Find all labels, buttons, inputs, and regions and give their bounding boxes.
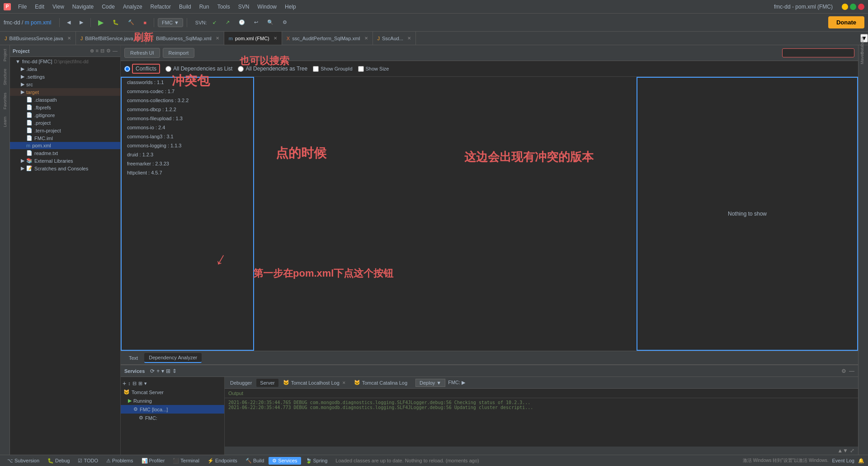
minimize-button[interactable] — [842, 4, 848, 10]
services-settings-icon[interactable]: ⚙ — [841, 368, 846, 374]
all-deps-tree-input[interactable] — [238, 66, 244, 72]
status-tab-todo[interactable]: ☑ TODO — [74, 457, 102, 465]
fmc-dropdown[interactable]: FMC ▼ — [158, 18, 183, 27]
tree-gitignore[interactable]: 📄 .gitignore — [10, 111, 120, 119]
services-add-icon[interactable]: + — [156, 368, 160, 374]
status-tab-subversion[interactable]: ⌥ Subversion — [4, 457, 43, 465]
services-close-icon[interactable]: — — [849, 368, 854, 374]
menu-help[interactable]: Help — [281, 2, 300, 12]
dep-classworlds[interactable]: classworlds : 1.1 — [122, 78, 253, 87]
show-size-input[interactable] — [358, 66, 364, 72]
tomcat-localhost-close[interactable]: ✕ — [342, 381, 346, 385]
services-collapse-btn[interactable]: ⊟ — [132, 381, 137, 386]
svn-revert-button[interactable]: ↩ — [250, 18, 262, 27]
tab-pom-xml[interactable]: m pom.xml (FMC) ✕ — [224, 32, 282, 45]
tab-dependency-analyzer[interactable]: Dependency Analyzer — [144, 353, 202, 363]
subtab-debugger[interactable]: Debugger — [226, 379, 255, 387]
tab-close-4[interactable]: ✕ — [274, 36, 277, 41]
expand-output-icon[interactable]: ⤢ — [850, 447, 854, 454]
scroll-icon[interactable]: ≡ — [96, 48, 99, 54]
breadcrumb-project[interactable]: fmc-dd — [4, 19, 20, 26]
settings-button[interactable]: ⚙ — [279, 18, 291, 27]
status-tab-problems[interactable]: ⚠ Problems — [103, 457, 137, 465]
dep-commons-dbcp[interactable]: commons-dbcp : 1.2.2 — [122, 105, 253, 114]
tree-target[interactable]: ▶ target — [10, 88, 120, 96]
services-group-btn[interactable]: ⊞ — [138, 381, 142, 386]
tab-ssc-aud[interactable]: J SscAud... ✕ — [373, 32, 416, 45]
maven-sidebar-icon[interactable]: Maven — [860, 57, 867, 64]
status-tab-endpoints[interactable]: ⚡ Endpoints — [204, 457, 241, 465]
tree-readme[interactable]: 📄 readme.txt — [10, 149, 120, 157]
close-button[interactable] — [858, 4, 864, 10]
dep-commons-lang3[interactable]: commons-lang3 : 3.1 — [122, 132, 253, 141]
menu-code[interactable]: Code — [98, 2, 118, 12]
dep-search-input[interactable] — [782, 48, 854, 57]
scroll-up-icon[interactable]: ▲ — [837, 447, 843, 454]
deploy-button[interactable]: Deploy ▼ — [415, 379, 445, 387]
tab-close-3[interactable]: ✕ — [216, 36, 219, 41]
event-log-button[interactable]: Event Log — [832, 458, 854, 463]
all-deps-tree-radio[interactable]: All Dependencies as Tree — [238, 66, 307, 72]
tree-settings[interactable]: ▶ .settings — [10, 73, 120, 80]
menu-edit[interactable]: Edit — [31, 2, 48, 12]
menu-build[interactable]: Build — [175, 2, 195, 12]
build-button[interactable]: 🔨 — [124, 18, 138, 27]
tab-bill-sqlmap[interactable]: X BillBusiness_SqlMap.xml ✕ — [146, 32, 224, 45]
services-filter-btn[interactable]: ▾ — [144, 381, 147, 386]
services-filter-icon[interactable]: ▾ — [161, 368, 164, 374]
subtab-tomcat-catalina[interactable]: 🐱 Tomcat Catalina Log — [350, 378, 411, 387]
tree-fbprefs[interactable]: 📄 .fbprefs — [10, 104, 120, 111]
status-tab-debug[interactable]: 🐛 Debug — [44, 457, 73, 465]
menu-tools[interactable]: Tools — [214, 2, 234, 12]
tab-close-6[interactable]: ✕ — [407, 36, 411, 41]
notification-icon[interactable]: 🔔 — [858, 458, 864, 464]
all-deps-list-radio[interactable]: All Dependencies as List — [165, 66, 232, 72]
refresh-ui-button[interactable]: Refresh UI — [124, 48, 160, 58]
dep-commons-collections[interactable]: commons-collections : 3.2.2 — [122, 96, 253, 105]
tree-pom-xml[interactable]: m pom.xml — [10, 142, 120, 149]
menu-run[interactable]: Run — [196, 2, 213, 12]
tab-text[interactable]: Text — [124, 353, 142, 362]
dep-freemarker[interactable]: freemarker : 2.3.23 — [122, 159, 253, 168]
status-tab-build[interactable]: 🔨 Build — [242, 457, 268, 465]
debug-button[interactable]: 🐛 — [109, 18, 123, 27]
svn-history-button[interactable]: 🕐 — [235, 18, 249, 27]
menu-refactor[interactable]: Refactor — [147, 2, 175, 12]
tree-classpath[interactable]: 📄 .classpath — [10, 96, 120, 104]
dep-httpclient[interactable]: httpclient : 4.5.7 — [122, 168, 253, 177]
tree-fmc-item[interactable]: ⚙ FMC: — [121, 414, 224, 422]
tab-close-2[interactable]: ✕ — [137, 36, 141, 41]
status-tab-spring[interactable]: 🍃 Spring — [302, 457, 331, 465]
show-groupid-checkbox[interactable]: Show GroupId — [313, 66, 352, 72]
services-refresh-icon[interactable]: ⟳ — [150, 368, 155, 374]
tree-idea[interactable]: ▶ .idea — [10, 65, 120, 73]
tree-project[interactable]: 📄 .project — [10, 119, 120, 127]
tab-close-5[interactable]: ✕ — [364, 36, 368, 41]
menu-navigate[interactable]: Navigate — [69, 2, 97, 12]
svn-commit-button[interactable]: ↗ — [222, 18, 233, 27]
conflicts-radio-input[interactable] — [124, 66, 130, 72]
dep-commons-logging[interactable]: commons-logging : 1.1.3 — [122, 141, 253, 150]
status-tab-terminal[interactable]: ⬛ Terminal — [169, 457, 203, 465]
tree-ext-libs[interactable]: ▶ 📚 External Libraries — [10, 157, 120, 165]
menu-window[interactable]: Window — [254, 2, 280, 12]
conflicts-radio[interactable]: Conflicts — [124, 64, 160, 74]
run-button[interactable]: ▶ — [94, 16, 107, 28]
menu-analyze[interactable]: Analyze — [119, 2, 146, 12]
dep-commons-codec[interactable]: commons-codec : 1.7 — [122, 87, 253, 96]
collapse-icon[interactable]: ⊟ — [100, 48, 104, 54]
tree-fmc-local[interactable]: ⚙ FMC [loca...] — [121, 405, 224, 414]
menu-file[interactable]: File — [14, 2, 30, 12]
menu-view[interactable]: View — [49, 2, 68, 12]
reimport-button[interactable]: Reimport — [163, 48, 195, 58]
services-add-btn[interactable]: + — [123, 380, 126, 387]
maximize-button[interactable] — [850, 4, 856, 10]
show-groupid-input[interactable] — [313, 66, 319, 72]
subtab-server[interactable]: Server — [256, 379, 278, 387]
show-size-checkbox[interactable]: Show Size — [358, 66, 389, 72]
settings-icon[interactable]: ⚙ — [106, 48, 111, 54]
dep-commons-fileupload[interactable]: commons-fileupload : 1.3 — [122, 114, 253, 123]
dep-commons-io[interactable]: commons-io : 2.4 — [122, 123, 253, 132]
project-icon[interactable]: Project — [2, 47, 8, 63]
all-deps-list-input[interactable] — [165, 66, 171, 72]
